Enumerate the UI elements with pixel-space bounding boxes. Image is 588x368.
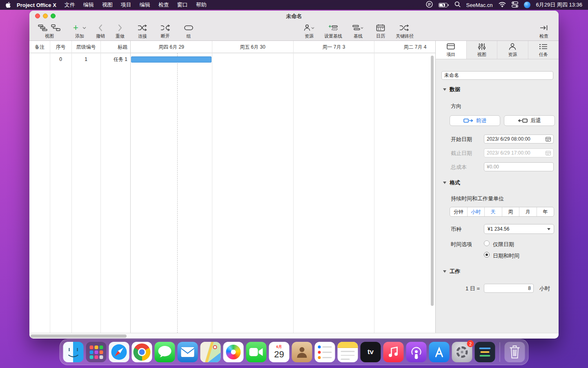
radio-date-only-label[interactable]: 仅限日期 [493,241,514,248]
hours-per-day-field[interactable]: 8 [484,284,534,293]
unit-minutes[interactable]: 分钟 [450,207,468,216]
app-store-dock-icon[interactable] [429,342,450,362]
unit-years[interactable]: 年 [537,207,554,216]
end-date-field[interactable]: 2023/ 6/29 17:00:00 [484,148,554,157]
reminders-dock-icon[interactable] [315,342,335,362]
music-dock-icon[interactable] [383,342,404,362]
photos-dock-icon[interactable] [223,342,244,362]
podcasts-dock-icon[interactable] [406,342,427,362]
link-tasks-button[interactable]: 连接 [133,23,152,39]
title-bar[interactable]: 未命名 [29,11,559,21]
section-work-label: 工作 [450,268,460,275]
col-notes[interactable]: 备注 [29,41,50,53]
vertical-scrollbar[interactable] [431,56,434,306]
input-source-icon[interactable] [426,1,433,9]
safari-dock-icon[interactable] [109,342,129,362]
resources-button[interactable]: 资源 [299,23,319,39]
disclosure-triangle-icon[interactable] [443,182,446,184]
start-date-field[interactable]: 2023/ 6/29 08:00:00 [484,135,554,144]
launchpad-dock-icon[interactable] [86,342,107,362]
unit-hours[interactable]: 小时 [468,207,485,216]
date-picker-icon[interactable] [546,137,551,141]
mail-dock-icon[interactable] [178,342,198,362]
tab-view[interactable]: 视图 [467,41,498,59]
battery-charging-icon[interactable] [439,3,449,7]
siri-icon[interactable] [524,2,530,8]
menubar-clock[interactable]: 6月29日 周四 13:36 [536,1,582,9]
radio-date-only[interactable] [484,240,490,246]
gantt-chart: 周四 6月 29 周五 6月 30 周一 7月 3 周二 7月 4 [131,41,435,333]
redo-button[interactable]: 重做 [112,23,128,39]
critical-path-button[interactable]: 关键路径 [392,23,417,39]
day-column-1[interactable]: 周四 6月 29 [131,41,212,53]
day-column-2[interactable]: 周五 6月 30 [212,41,293,53]
tab-tasks[interactable]: 任务 [528,41,559,59]
calendar-day: 29 [274,350,284,359]
active-app-name[interactable]: Project Office X [17,2,56,8]
unlink-tasks-button[interactable]: 断开 [156,23,175,39]
direction-forward-button[interactable]: 前进 [450,115,500,126]
section-data[interactable]: 数据 [443,86,460,93]
unit-months[interactable]: 月 [519,207,537,216]
chrome-dock-icon[interactable] [132,342,152,362]
day-column-4[interactable]: 周二 7月 4 [374,41,435,53]
facetime-dock-icon[interactable] [246,342,267,362]
currency-dropdown[interactable]: ¥1 234.56 [484,224,554,234]
music-note-icon [387,345,401,359]
section-format[interactable]: 格式 [443,179,460,186]
apple-tv-dock-icon[interactable]: tv [361,342,381,362]
stats-app-dock-icon[interactable] [475,342,495,362]
menu-file[interactable]: 文件 [65,1,75,9]
unit-weeks[interactable]: 周 [502,207,520,216]
add-task-button[interactable]: + 添加 [69,23,91,39]
radio-date-and-time-label[interactable]: 日期和时间 [493,252,519,260]
direction-backward-button[interactable]: 后退 [504,115,555,126]
tab-project[interactable]: 项目 [436,41,467,59]
horizontal-scrollbar[interactable] [29,333,559,339]
system-settings-dock-icon[interactable]: 2 [452,342,472,362]
calendar-button[interactable]: 日历 [372,23,390,39]
menu-edit[interactable]: 编辑 [83,1,94,9]
col-level[interactable]: 层级编号 [71,41,100,53]
undo-button[interactable]: 撤销 [92,23,109,39]
spotlight-search-icon[interactable] [454,1,461,9]
wifi-icon[interactable] [499,2,506,9]
device-name[interactable]: SeeMac.cn [466,2,493,8]
project-name-input[interactable] [441,71,553,80]
notes-dock-icon[interactable] [338,342,358,362]
finder-dock-icon[interactable] [63,342,84,362]
trash-dock-icon[interactable] [505,342,525,362]
view-switcher[interactable]: 视图 [34,23,65,39]
task-bar[interactable] [131,56,212,63]
day-column-3[interactable]: 周一 7月 3 [293,41,374,53]
baseline-button[interactable]: 基线 [348,23,368,39]
menu-help[interactable]: 帮助 [196,1,207,9]
menu-edit2[interactable]: 编辑 [140,1,150,9]
calendar-dock-icon[interactable]: 6月 29 [269,342,290,362]
group-tasks-button[interactable]: 组 [180,23,198,39]
desktop: Project Office X 文件 编辑 视图 项目 编辑 检查 窗口 帮助… [0,0,588,368]
menu-window[interactable]: 窗口 [177,1,188,9]
menu-view[interactable]: 视图 [102,1,113,9]
total-cost-field[interactable]: ¥0.00 [484,162,554,171]
maps-dock-icon[interactable] [200,342,221,362]
menu-inspect[interactable]: 检查 [158,1,169,9]
network-view-icon[interactable] [51,24,61,31]
apple-menu[interactable] [6,2,11,8]
messages-dock-icon[interactable] [155,342,175,362]
disclosure-triangle-icon[interactable] [443,270,446,273]
section-work[interactable]: 工作 [443,268,460,275]
radio-date-and-time[interactable] [484,252,490,258]
control-center-icon[interactable] [512,1,518,9]
horizontal-scrollbar-thumb[interactable] [31,334,127,338]
tab-resources[interactable]: 资源 [497,41,528,59]
set-baseline-button[interactable]: 设置基线 [321,23,345,39]
gantt-view-icon[interactable] [38,24,48,31]
inspector-toggle-button[interactable]: 检查 [535,23,553,39]
col-number[interactable]: 序号 [50,41,71,53]
contacts-dock-icon[interactable] [292,342,312,362]
menu-project[interactable]: 项目 [121,1,131,9]
unit-days[interactable]: 天 [485,207,502,216]
disclosure-triangle-icon[interactable] [443,88,446,91]
col-title[interactable]: 标题 [100,41,127,53]
